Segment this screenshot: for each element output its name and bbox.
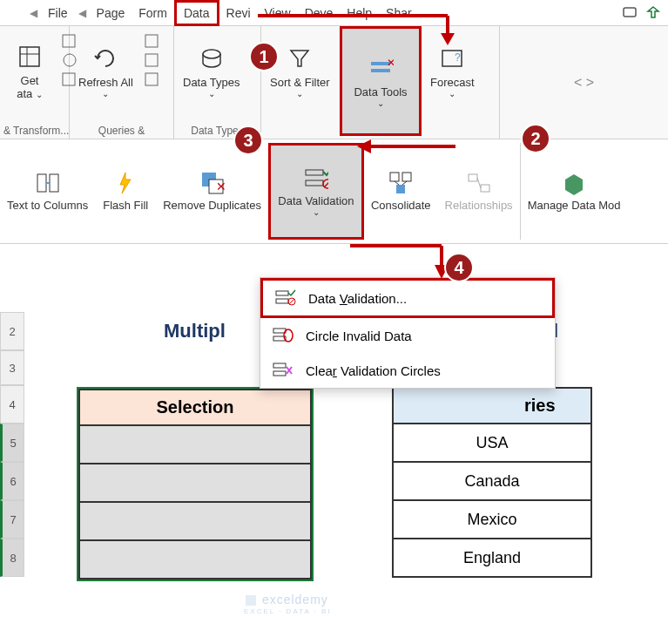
selection-cell[interactable]	[78, 464, 312, 503]
relationships-label: Relationships	[445, 199, 513, 212]
annotation-badge-4: 4	[444, 253, 474, 282]
get-data-button[interactable]: Getata ⌄	[3, 30, 56, 113]
chevron-down-icon: ⌄	[313, 207, 320, 217]
svg-rect-8	[145, 54, 158, 66]
svg-point-36	[284, 329, 293, 342]
country-cell[interactable]: England	[392, 539, 592, 578]
menu-item-label: Data Validation...	[308, 291, 407, 306]
data-tools-expanded: Text to Columns Flash Fill ✕ Remove Dupl…	[0, 139, 668, 244]
circle-invalid-icon	[273, 327, 294, 344]
countries-header: ries	[392, 387, 592, 424]
tab-file[interactable]: File	[41, 3, 75, 24]
consolidate-icon	[388, 171, 413, 195]
chevron-down-icon: ⌄	[208, 89, 215, 98]
row-header[interactable]: 8	[0, 539, 24, 577]
selection-cell[interactable]	[78, 426, 312, 464]
tab-formulas[interactable]: Form	[132, 3, 174, 24]
svg-rect-34	[273, 329, 286, 333]
data-model-icon	[562, 171, 586, 195]
data-validation-button[interactable]: Data Validation ⌄	[268, 143, 364, 240]
svg-rect-29	[481, 185, 489, 192]
tab-nav[interactable]: ◀	[75, 7, 90, 19]
flash-fill-icon	[113, 171, 138, 195]
tab-nav-left[interactable]: ◀	[26, 7, 41, 19]
refresh-all-label: Refresh All	[78, 76, 133, 89]
data-tools-icon: ✕	[367, 54, 395, 82]
menu-circle-invalid[interactable]: Circle Invalid Data	[260, 318, 555, 353]
consolidate-label: Consolidate	[371, 199, 431, 212]
remove-duplicates-icon: ✕	[200, 171, 225, 195]
sort-filter-label: Sort & Filter	[270, 76, 330, 89]
svg-line-33	[289, 299, 294, 304]
data-types-icon	[198, 44, 226, 72]
selection-header: Selection	[78, 389, 312, 426]
svg-rect-1	[20, 47, 39, 66]
text-to-columns-button[interactable]: Text to Columns	[0, 143, 95, 240]
get-data-icon	[16, 43, 44, 71]
tab-page[interactable]: Page	[90, 3, 132, 24]
tab-review[interactable]: Revi	[219, 3, 258, 24]
chevron-down-icon: ⌄	[377, 98, 384, 108]
svg-rect-44	[246, 595, 256, 606]
queries-icon[interactable]	[144, 33, 161, 49]
text-to-columns-label: Text to Columns	[7, 199, 88, 212]
chevron-down-icon: ⌄	[102, 89, 109, 98]
chevron-down-icon: ⌄	[449, 89, 455, 98]
svg-rect-7	[145, 35, 158, 47]
country-cell[interactable]: Mexico	[392, 501, 592, 539]
svg-rect-16	[37, 174, 46, 192]
selection-cell[interactable]	[78, 541, 312, 580]
svg-text:✕: ✕	[387, 57, 394, 69]
selection-table[interactable]: Selection	[77, 387, 314, 581]
flash-fill-button[interactable]: Flash Fill	[95, 143, 156, 240]
data-types-label: Data Types	[183, 76, 240, 89]
row-header[interactable]: 7	[0, 500, 24, 539]
svg-rect-27	[396, 185, 405, 193]
refresh-icon	[91, 44, 119, 72]
annotation-badge-3: 3	[233, 125, 263, 155]
get-transform-group-label: & Transform...	[3, 125, 65, 137]
queries-group-label: Queries &	[73, 125, 170, 137]
data-types-button[interactable]: Data Types ⌄	[178, 30, 246, 113]
svg-rect-30	[276, 291, 288, 295]
menu-clear-circles[interactable]: Clear Validation Circles	[260, 353, 555, 388]
clear-circles-icon	[273, 362, 294, 379]
svg-rect-38	[273, 371, 286, 376]
share-button-icon[interactable]	[645, 5, 661, 21]
chevron-down-icon: ⌄	[296, 89, 303, 98]
remove-duplicates-label: Remove Duplicates	[163, 199, 261, 212]
svg-rect-0	[624, 8, 636, 17]
comments-icon[interactable]	[623, 6, 637, 20]
country-cell[interactable]: USA	[392, 424, 592, 463]
row-header[interactable]: 3	[0, 350, 24, 385]
manage-data-model-label: Manage Data Mod	[528, 199, 621, 212]
consolidate-button[interactable]: Consolidate	[364, 143, 438, 240]
svg-rect-9	[145, 73, 158, 85]
relationships-icon	[467, 171, 491, 195]
remove-duplicates-button[interactable]: ✕ Remove Duplicates	[156, 143, 268, 240]
country-cell[interactable]: Canada	[392, 463, 592, 501]
data-validation-label: Data Validation	[278, 194, 354, 207]
tab-data[interactable]: Data	[174, 0, 219, 26]
text-to-columns-icon	[36, 171, 60, 195]
svg-text:✕: ✕	[216, 180, 225, 193]
properties-icon[interactable]	[144, 52, 161, 68]
row-header[interactable]: 5	[0, 424, 24, 462]
annotation-arrow	[355, 139, 460, 157]
row-header[interactable]: 4	[0, 385, 24, 424]
row-header[interactable]: 2	[0, 312, 24, 350]
manage-data-model-button[interactable]: Manage Data Mod	[521, 143, 628, 240]
data-tools-label: Data Tools	[354, 85, 407, 98]
annotation-badge-1: 1	[249, 42, 279, 71]
selection-cell[interactable]	[78, 503, 312, 541]
data-validation-icon	[275, 289, 296, 307]
edit-links-icon[interactable]	[144, 71, 161, 87]
svg-rect-26	[402, 173, 411, 181]
row-header[interactable]: 6	[0, 462, 24, 500]
svg-rect-25	[390, 173, 399, 181]
menu-item-label: Clear Validation Circles	[306, 363, 441, 378]
ribbon-nav-right[interactable]: < >	[500, 26, 668, 139]
svg-rect-17	[50, 174, 58, 192]
svg-rect-28	[469, 174, 477, 181]
refresh-all-button[interactable]: Refresh All ⌄	[73, 30, 138, 113]
